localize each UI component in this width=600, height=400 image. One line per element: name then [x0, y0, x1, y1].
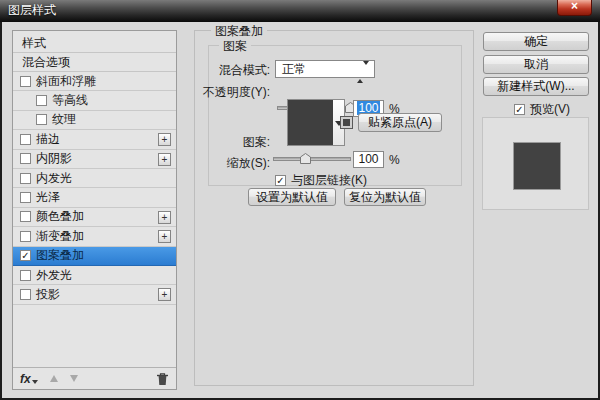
layer-style-dialog: 图层样式 × 样式 混合选项 斜面和浮雕 等高线 纹理 描边: [0, 0, 600, 400]
sidebar-item-label: 纹理: [52, 111, 76, 128]
sidebar-item-label: 投影: [36, 286, 60, 303]
group-title: 图案: [219, 38, 251, 55]
sidebar-footer: fx: [13, 367, 176, 389]
scale-slider-thumb[interactable]: [300, 153, 311, 164]
preview-label: 预览(V): [530, 101, 570, 118]
scale-label: 缩放(S):: [198, 155, 270, 170]
scale-input[interactable]: 100: [353, 151, 384, 168]
checkbox[interactable]: [20, 231, 31, 242]
checkbox[interactable]: [36, 114, 47, 125]
close-button[interactable]: ×: [557, 0, 592, 16]
sidebar-item-satin[interactable]: 光泽: [13, 188, 176, 207]
sidebar-item-color-overlay[interactable]: 颜色叠加 +: [13, 208, 176, 227]
window-title: 图层样式: [0, 0, 600, 21]
reset-default-button[interactable]: 复位为默认值: [344, 188, 426, 206]
sidebar-item-contour[interactable]: 等高线: [13, 91, 176, 110]
checkbox[interactable]: [20, 211, 31, 222]
fx-menu-button[interactable]: fx: [20, 372, 31, 386]
sidebar-item-texture[interactable]: 纹理: [13, 111, 176, 130]
sidebar-item-drop-shadow[interactable]: 投影 +: [13, 285, 176, 304]
opacity-label: 不透明度(Y):: [188, 84, 270, 99]
dialog-body: 样式 混合选项 斜面和浮雕 等高线 纹理 描边 + 内阴影: [0, 22, 600, 400]
sidebar-item-label: 等高线: [52, 92, 88, 109]
fx-caret-icon: [32, 380, 38, 384]
sidebar-item-outer-glow[interactable]: 外发光: [13, 266, 176, 285]
blend-mode-select[interactable]: 正常: [275, 60, 375, 78]
add-effect-button[interactable]: +: [158, 230, 171, 243]
sidebar-item-label: 光泽: [36, 189, 60, 206]
scale-unit: %: [389, 153, 403, 168]
checkbox[interactable]: [20, 76, 31, 87]
add-effect-button[interactable]: +: [158, 153, 171, 166]
scale-value: 100: [358, 152, 378, 166]
sidebar-item-label: 外发光: [36, 267, 72, 284]
preview-panel: [482, 117, 589, 210]
sidebar-item-label: 图案叠加: [36, 247, 84, 264]
sidebar-item-label: 斜面和浮雕: [36, 73, 96, 90]
checkbox[interactable]: [36, 95, 47, 106]
make-default-button[interactable]: 设置为默认值: [248, 188, 336, 206]
checkbox[interactable]: [20, 270, 31, 281]
link-with-layer-label: 与图层链接(K): [291, 172, 367, 189]
close-icon: ×: [571, 0, 578, 13]
sidebar-item-gradient-overlay[interactable]: 渐变叠加 +: [13, 227, 176, 246]
sidebar-item-inner-shadow[interactable]: 内阴影 +: [13, 150, 176, 169]
blend-mode-label: 混合模式:: [188, 62, 270, 77]
new-preset-icon[interactable]: [340, 116, 353, 129]
blend-mode-value: 正常: [282, 62, 306, 76]
add-effect-button[interactable]: +: [158, 133, 171, 146]
new-style-button[interactable]: 新建样式(W)...: [483, 77, 589, 96]
snap-to-origin-button[interactable]: 贴紧原点(A): [358, 113, 442, 132]
sidebar-item-pattern-overlay[interactable]: ✓ 图案叠加: [13, 247, 176, 266]
sidebar-item-inner-glow[interactable]: 内发光: [13, 169, 176, 188]
trash-icon[interactable]: [156, 372, 169, 386]
link-with-layer-checkbox[interactable]: ✓ 与图层链接(K): [275, 172, 367, 189]
checkbox[interactable]: [20, 289, 31, 300]
add-effect-button[interactable]: +: [158, 211, 171, 224]
pattern-label: 图案:: [198, 134, 270, 149]
sidebar-item-bevel-emboss[interactable]: 斜面和浮雕: [13, 72, 176, 91]
ok-button[interactable]: 确定: [483, 32, 589, 51]
sidebar-item-label: 内发光: [36, 170, 72, 187]
checkbox-checked[interactable]: ✓: [514, 104, 525, 115]
sidebar-item-label: 颜色叠加: [36, 208, 84, 225]
pattern-swatch[interactable]: [287, 99, 334, 146]
add-effect-button[interactable]: +: [158, 288, 171, 301]
move-down-icon[interactable]: [70, 375, 78, 382]
preview-checkbox[interactable]: ✓ 预览(V): [514, 101, 570, 118]
titlebar[interactable]: 图层样式 ×: [0, 0, 600, 22]
checkbox-checked[interactable]: ✓: [275, 175, 286, 186]
sidebar-item-label: 描边: [36, 131, 60, 148]
sidebar-item-label: 内阴影: [36, 150, 72, 167]
scale-slider[interactable]: [273, 153, 351, 164]
checkbox[interactable]: [20, 153, 31, 164]
styles-sidebar: 样式 混合选项 斜面和浮雕 等高线 纹理 描边 + 内阴影: [12, 30, 177, 390]
sidebar-item-label: 渐变叠加: [36, 228, 84, 245]
cancel-button[interactable]: 取消: [483, 55, 589, 74]
checkbox[interactable]: [20, 173, 31, 184]
sidebar-item-styles[interactable]: 样式: [13, 34, 176, 53]
sidebar-item-stroke[interactable]: 描边 +: [13, 130, 176, 149]
checkbox-checked[interactable]: ✓: [20, 250, 31, 261]
move-up-icon[interactable]: [50, 375, 58, 382]
preview-swatch: [513, 142, 561, 190]
checkbox[interactable]: [20, 192, 31, 203]
sidebar-item-blending-options[interactable]: 混合选项: [13, 53, 176, 72]
checkbox[interactable]: [20, 134, 31, 145]
dropdown-arrows-icon: [357, 64, 369, 80]
